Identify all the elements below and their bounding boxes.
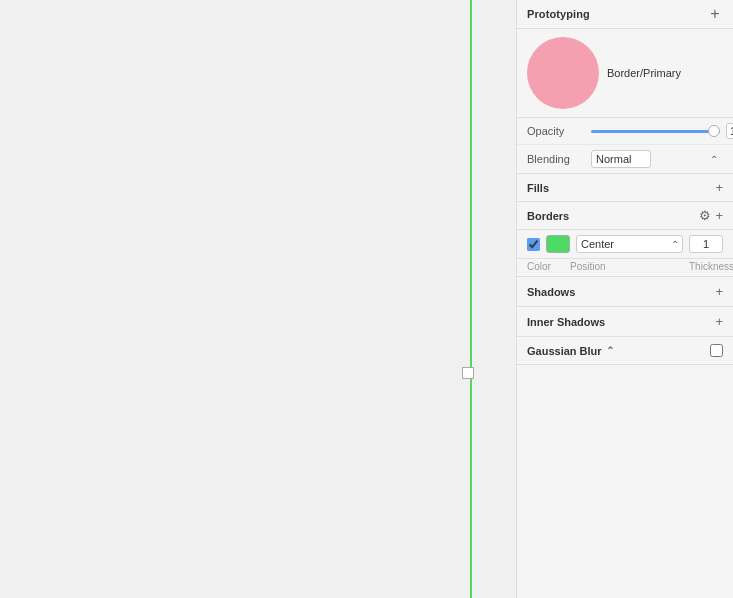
border-item-row: Inside Center Outside [517,230,733,259]
prototyping-add-button[interactable]: + [707,6,723,22]
blending-select[interactable]: Normal Darken Multiply Lighten Screen Ov… [591,150,651,168]
symbol-badge-area: Border/Primary [517,29,733,118]
blending-label: Blending [527,153,585,165]
gaussian-blur-title: Gaussian Blur ⌃ [527,345,614,357]
symbol-name: Border/Primary [607,67,681,79]
fills-section-header: Fills + [517,174,733,202]
gaussian-blur-section-header: Gaussian Blur ⌃ [517,337,733,365]
inner-shadows-title: Inner Shadows [527,316,605,328]
fills-add-button[interactable]: + [715,180,723,195]
line-handle[interactable] [462,367,474,379]
col-thickness-label: Thickness [689,261,723,272]
borders-add-button[interactable]: + [715,208,723,223]
symbol-badge[interactable] [527,37,599,109]
borders-actions: ⚙ + [699,208,723,223]
blending-select-wrapper: Normal Darken Multiply Lighten Screen Ov… [591,150,723,168]
borders-section-header: Borders ⚙ + [517,202,733,230]
prototyping-title: Prototyping [527,8,590,20]
gaussian-blur-checkbox[interactable] [710,344,723,357]
fills-title: Fills [527,182,549,194]
gaussian-blur-chevron: ⌃ [606,345,614,356]
border-color-swatch[interactable] [546,235,570,253]
shadows-add-button[interactable]: + [715,284,723,299]
border-labels-row: Color Position Thickness [517,259,733,277]
border-position-wrapper: Inside Center Outside [576,235,683,253]
opacity-row: Opacity [517,118,733,145]
vertical-line [470,0,472,598]
opacity-value-input[interactable] [726,123,733,139]
blending-row: Blending Normal Darken Multiply Lighten … [517,145,733,174]
opacity-slider-container [591,123,733,139]
canvas [0,0,516,598]
col-position-label: Position [570,261,683,272]
borders-gear-button[interactable]: ⚙ [699,208,711,223]
opacity-slider[interactable] [591,130,720,133]
border-checkbox[interactable] [527,238,540,251]
right-panel: Prototyping + Border/Primary Opacity Ble… [516,0,733,598]
shadows-title: Shadows [527,286,575,298]
prototyping-header: Prototyping + [517,0,733,29]
inner-shadows-section-header: Inner Shadows + [517,307,733,337]
inner-shadows-add-button[interactable]: + [715,314,723,329]
border-thickness-input[interactable] [689,235,723,253]
shadows-section-header: Shadows + [517,277,733,307]
borders-title: Borders [527,210,569,222]
border-position-select[interactable]: Inside Center Outside [576,235,683,253]
opacity-label: Opacity [527,125,585,137]
col-color-label: Color [527,261,564,272]
